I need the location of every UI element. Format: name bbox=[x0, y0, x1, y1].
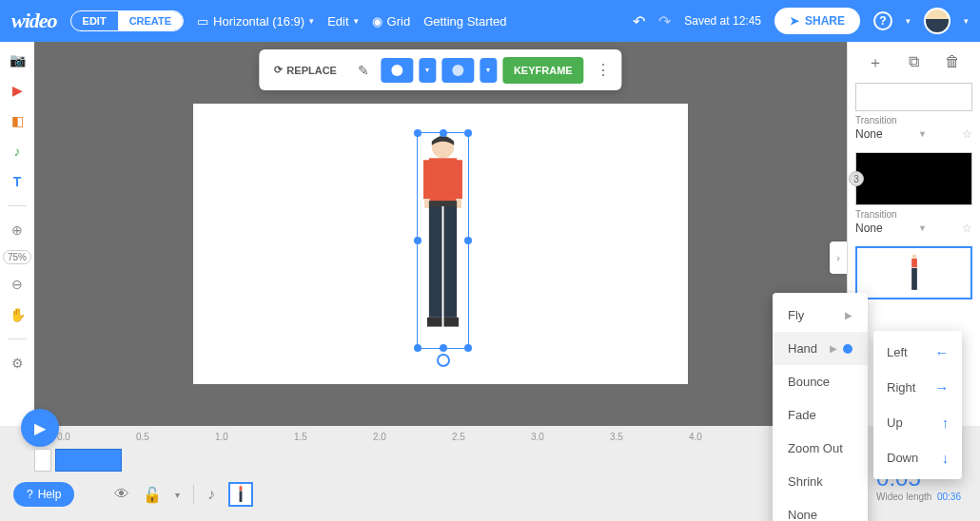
star-icon[interactable]: ☆ bbox=[962, 127, 972, 141]
camera-icon[interactable]: 📷 bbox=[7, 49, 28, 70]
chevron-down-icon[interactable]: ▼ bbox=[918, 129, 927, 139]
fill-color-dropdown[interactable]: ▾ bbox=[419, 58, 436, 83]
visibility-icon[interactable]: 👁 bbox=[114, 486, 129, 503]
getting-started-link[interactable]: Getting Started bbox=[423, 14, 506, 29]
keyframe-button[interactable]: KEYFRAME bbox=[502, 57, 584, 84]
replace-button[interactable]: ⟳ REPLACE bbox=[265, 58, 346, 82]
transition-value[interactable]: None bbox=[855, 127, 883, 141]
expand-panel-tab[interactable]: › bbox=[830, 241, 847, 274]
slide-thumb-active[interactable] bbox=[855, 246, 972, 299]
replace-icon: ⟳ bbox=[274, 64, 283, 76]
menu-item-fly[interactable]: Fly▶ bbox=[773, 299, 868, 332]
canvas-area: ⟳ REPLACE ✎ ▾ ▾ KEYFRAME ⋮ bbox=[34, 42, 847, 426]
timeline-clip[interactable] bbox=[34, 449, 51, 472]
resize-handle[interactable] bbox=[414, 344, 421, 352]
duplicate-slide-icon[interactable]: ⧉ bbox=[909, 53, 919, 73]
resize-handle[interactable] bbox=[440, 344, 447, 352]
aspect-dropdown[interactable]: ▭ Horizontal (16:9) ▾ bbox=[197, 14, 314, 29]
lock-icon[interactable]: 🔓 bbox=[143, 486, 162, 504]
mode-toggle[interactable]: EDIT CREATE bbox=[70, 10, 184, 31]
share-label: SHARE bbox=[805, 14, 845, 28]
left-rail: 📷 ▶ ◧ ♪ T ⊕ 75% ⊖ ✋ ⚙ bbox=[0, 42, 34, 426]
resize-handle[interactable] bbox=[464, 344, 472, 352]
sub-item-right[interactable]: Right→ bbox=[873, 370, 962, 405]
menu-item-hand[interactable]: Hand▶ bbox=[773, 332, 868, 365]
mode-edit[interactable]: EDIT bbox=[71, 11, 118, 30]
share-icon: ➤ bbox=[790, 14, 799, 28]
zoom-in-icon[interactable]: ⊕ bbox=[7, 220, 28, 241]
zoom-level[interactable]: 75% bbox=[3, 250, 31, 264]
menu-item-bounce[interactable]: Bounce bbox=[773, 365, 868, 398]
transition-label: Transition bbox=[855, 115, 972, 125]
clip-thumbnail[interactable] bbox=[228, 482, 253, 507]
sub-item-down[interactable]: Down↓ bbox=[873, 440, 962, 475]
menu-item-fade[interactable]: Fade bbox=[773, 398, 868, 432]
selected-dot-icon bbox=[843, 344, 853, 354]
object-toolbar: ⟳ REPLACE ✎ ▾ ▾ KEYFRAME ⋮ bbox=[259, 49, 621, 90]
edit-menu[interactable]: Edit ▾ bbox=[327, 14, 358, 29]
resize-handle[interactable] bbox=[414, 129, 421, 137]
slide-thumb[interactable]: 3 bbox=[855, 152, 972, 205]
avatar[interactable] bbox=[924, 8, 951, 34]
submenu-arrow-icon: ▶ bbox=[845, 310, 853, 320]
text-icon[interactable]: T bbox=[7, 171, 28, 192]
chevron-down-icon: ▾ bbox=[906, 16, 911, 26]
undo-icon[interactable]: ↶ bbox=[633, 12, 645, 30]
timeline-clip[interactable] bbox=[55, 449, 122, 472]
grid-toggle[interactable]: ◉ Grid bbox=[372, 14, 411, 29]
zoom-out-icon[interactable]: ⊖ bbox=[7, 274, 28, 295]
settings-icon[interactable]: ⚙ bbox=[7, 353, 28, 374]
resize-handle[interactable] bbox=[464, 129, 472, 137]
chevron-down-icon[interactable]: ▼ bbox=[918, 223, 927, 233]
sub-item-up[interactable]: Up↑ bbox=[873, 405, 962, 440]
video-icon[interactable]: ▶ bbox=[7, 80, 28, 101]
stroke-color-swatch[interactable] bbox=[441, 58, 474, 83]
help-label: Help bbox=[38, 488, 62, 501]
fill-color-swatch[interactable] bbox=[381, 58, 413, 83]
play-button[interactable]: ▶ bbox=[21, 409, 59, 447]
svg-rect-12 bbox=[911, 259, 917, 267]
svg-rect-15 bbox=[240, 486, 243, 491]
transition-value[interactable]: None bbox=[855, 222, 883, 235]
arrow-down-icon: ↓ bbox=[942, 450, 950, 466]
add-slide-icon[interactable]: ＋ bbox=[868, 53, 883, 73]
help-button[interactable]: ? Help bbox=[13, 482, 74, 507]
help-icon[interactable]: ? bbox=[873, 11, 892, 30]
chevron-down-icon[interactable]: ▾ bbox=[175, 490, 180, 500]
svg-point-11 bbox=[911, 254, 916, 259]
svg-rect-16 bbox=[240, 491, 243, 501]
arrow-left-icon: ← bbox=[934, 344, 949, 360]
resize-handle[interactable] bbox=[414, 237, 421, 244]
share-button[interactable]: ➤ SHARE bbox=[774, 8, 860, 34]
menu-item-zoomout[interactable]: Zoom Out bbox=[773, 432, 868, 465]
music-icon[interactable]: ♪ bbox=[7, 141, 28, 162]
resize-handle[interactable] bbox=[440, 129, 447, 137]
stroke-color-dropdown[interactable]: ▾ bbox=[480, 58, 497, 83]
star-icon[interactable]: ☆ bbox=[962, 222, 972, 235]
redo-icon[interactable]: ↷ bbox=[658, 12, 671, 30]
aspect-icon: ▭ bbox=[197, 14, 208, 29]
mode-create[interactable]: CREATE bbox=[118, 11, 183, 30]
chevron-down-icon: ▾ bbox=[309, 16, 314, 26]
menu-item-shrink[interactable]: Shrink bbox=[773, 465, 868, 498]
sub-item-left[interactable]: Left← bbox=[873, 335, 962, 370]
resize-handle[interactable] bbox=[464, 237, 472, 244]
canvas[interactable] bbox=[193, 104, 688, 384]
pan-icon[interactable]: ✋ bbox=[7, 304, 28, 325]
rotate-handle[interactable] bbox=[437, 354, 450, 367]
length-value: 00:36 bbox=[937, 492, 961, 502]
ruler: 0.00.51.01.52.02.53.03.54.0 bbox=[57, 432, 790, 442]
slide-thumb[interactable] bbox=[855, 83, 972, 111]
more-icon[interactable]: ⋮ bbox=[590, 55, 617, 85]
shapes-icon[interactable]: ◧ bbox=[7, 110, 28, 131]
audio-track-icon[interactable]: ♪ bbox=[207, 486, 215, 503]
svg-rect-13 bbox=[911, 268, 917, 290]
top-bar: wideo EDIT CREATE ▭ Horizontal (16:9) ▾ … bbox=[0, 0, 980, 42]
selection-box[interactable] bbox=[417, 132, 469, 349]
edit-icon[interactable]: ✎ bbox=[352, 57, 375, 84]
timeline-controls: 👁 🔓 ▾ ♪ bbox=[114, 482, 253, 507]
menu-item-none[interactable]: None bbox=[773, 498, 868, 521]
delete-slide-icon[interactable]: 🗑 bbox=[945, 53, 960, 73]
length-label: Wideo length bbox=[876, 492, 931, 502]
transition-label: Transition bbox=[855, 209, 972, 220]
